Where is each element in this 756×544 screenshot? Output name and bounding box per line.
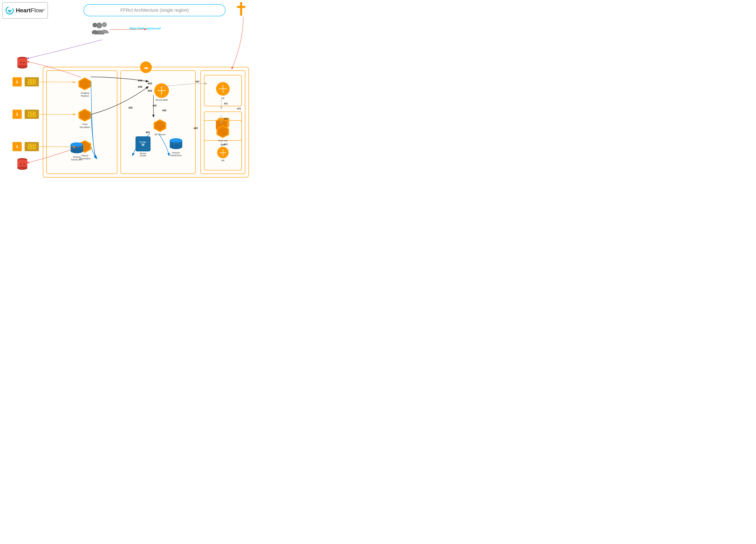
- conn-label-443-1: 443: [237, 107, 241, 110]
- aws-route53-icon: [235, 2, 247, 17]
- users-icon: [92, 21, 109, 35]
- imaging-pipeline-service: ImagingPipeline: [78, 77, 92, 98]
- svg-marker-53: [222, 155, 223, 156]
- imaging-pipeline-icon: [78, 77, 92, 91]
- pipeline-section: ImagingPipeline FluidSimulation ReportGe…: [46, 70, 117, 174]
- conn-443-apidb-to-api: 443: [162, 109, 166, 112]
- svg-marker-45: [222, 92, 224, 93]
- users-group-icon: [92, 21, 109, 34]
- sqs-icon-1: [25, 77, 39, 86]
- api-server-label: API Server: [154, 133, 166, 136]
- front-end-label: front end: [218, 139, 227, 142]
- svg-point-57: [20, 163, 22, 165]
- elb-bottom-icon-container: elb: [217, 147, 229, 162]
- api-server-icon: [153, 119, 167, 132]
- svg-point-4: [96, 23, 102, 28]
- s3-icon-bottom: [17, 158, 28, 170]
- elasticache-middle-right-icon: [169, 138, 183, 151]
- svg-point-19: [71, 149, 83, 153]
- front-end-service: front end: [216, 125, 230, 142]
- elasticache-middle-right-label: AmazonElastiCache: [170, 151, 181, 157]
- elb-top-right-label: elb: [221, 97, 224, 99]
- heartflow-logo: HeartFlow®: [2, 2, 48, 19]
- svg-marker-43: [219, 88, 220, 89]
- svg-point-56: [17, 166, 27, 170]
- middle-section: elb-prd-apidb API Server MySQL M AuroraC…: [120, 70, 196, 174]
- elasticache-left-label: AmazonElastiCache: [71, 156, 82, 161]
- svg-point-8: [17, 65, 27, 68]
- logo-text-heart: Heart: [16, 7, 31, 14]
- svg-point-5: [92, 23, 97, 27]
- conn-443-left: 443: [146, 131, 150, 134]
- svg-marker-52: [222, 149, 223, 150]
- sqs-icon-2: [25, 110, 39, 119]
- fluid-simulation-icon: [78, 108, 92, 122]
- svg-marker-42: [226, 88, 227, 89]
- elb-top-icon: [216, 82, 230, 96]
- s3-bucket-bottom-left: [17, 158, 28, 171]
- lambda-icon-3: λ: [13, 142, 22, 151]
- conn-label-443-frontend: 443: [221, 143, 225, 146]
- aurora-cluster: MySQL M AuroraCluster: [135, 136, 151, 157]
- sqs-icon-3: [25, 142, 39, 151]
- s3-bucket-top-left: [17, 56, 28, 70]
- elasticache-middle-right: AmazonElastiCache: [169, 138, 183, 157]
- web-service-url[interactable]: https://web-service-url: [129, 27, 161, 30]
- imaging-pipeline-label: ImagingPipeline: [81, 91, 89, 98]
- architecture-title-box: FFRct Architecture (single region): [84, 4, 225, 16]
- lambda-row-3: λ: [13, 142, 39, 151]
- heartflow-logo-icon: [5, 4, 14, 16]
- front-end-icon: [216, 125, 230, 138]
- elb-top-right-box: elb: [204, 75, 242, 106]
- api-server-service: API Server: [153, 119, 167, 136]
- elb-bottom-label: elb: [221, 159, 224, 162]
- svg-marker-44: [222, 85, 224, 86]
- s3-icon-topleft: [17, 56, 28, 69]
- architecture-title: FFRct Architecture (single region): [120, 8, 189, 13]
- elasticache-left-icon: [70, 142, 84, 155]
- svg-point-10: [23, 62, 25, 63]
- lambda-icon-2: λ: [13, 110, 22, 119]
- right-section: elb 443 Proxy front end: [200, 70, 245, 174]
- aurora-mysql-icon: MySQL M: [135, 136, 151, 151]
- aurora-cluster-label: AuroraCluster: [140, 152, 146, 157]
- front-end-box: front end 443 elb: [204, 120, 242, 170]
- architecture-container: ☁ ImagingPipeline FluidSimulation: [43, 67, 249, 178]
- lambda-row-1: λ: [13, 77, 39, 86]
- svg-point-3: [102, 22, 107, 27]
- elb-prd-apidb: elb-prd-apidb: [154, 83, 169, 101]
- svg-point-58: [23, 163, 25, 165]
- svg-marker-50: [225, 152, 226, 153]
- conn-443-right: 443: [194, 127, 198, 130]
- svg-rect-1: [240, 2, 242, 16]
- logo-reg: ®: [43, 9, 45, 12]
- elb-bottom-icon: [217, 147, 229, 158]
- elb-prd-icon: [154, 83, 169, 98]
- fluid-simulation-label: FluidSimulation: [80, 123, 90, 129]
- aws-service-icon-topright: [236, 2, 246, 16]
- logo-text-flow: Flow: [31, 7, 43, 14]
- fluid-simulation-service: FluidSimulation: [78, 108, 92, 129]
- svg-point-9: [20, 62, 22, 63]
- conn-443-2-elb-to-apidb: 443: [148, 89, 152, 92]
- svg-point-35: [170, 145, 182, 149]
- elb-prd-label: elb-prd-apidb: [156, 99, 168, 101]
- conn-443-elb-to-apidb: 443: [148, 82, 152, 85]
- elasticache-left: AmazonElastiCache: [70, 142, 84, 161]
- svg-marker-51: [220, 152, 220, 153]
- svg-rect-2: [237, 6, 245, 8]
- lambda-icon-1: λ: [13, 77, 22, 86]
- lambda-row-2: λ: [13, 110, 39, 119]
